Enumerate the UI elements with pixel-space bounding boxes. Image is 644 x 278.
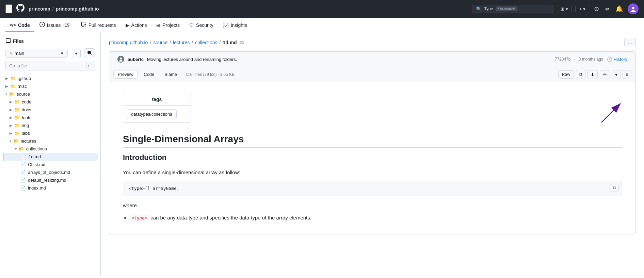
tab-pull-requests[interactable]: Pull requests — [77, 18, 120, 32]
blame-tab-label: Blame — [164, 72, 177, 77]
tree-item-label: img — [22, 123, 29, 128]
content-area: princomp.github.io / source / lectures /… — [101, 32, 644, 275]
tags-box: tags datatypes/collections — [123, 93, 191, 123]
folder-icon: 📁 — [14, 115, 20, 120]
tree-item-default-md[interactable]: 📄 default_resizing.md — [3, 176, 98, 184]
tree-item-labs[interactable]: ▶ 📁 labs — [3, 129, 98, 137]
search-files-button[interactable] — [84, 48, 95, 58]
global-search-box[interactable]: 🔍 Type / to search — [472, 5, 553, 13]
copy-icon: ⧉ — [579, 71, 582, 77]
create-new-button[interactable]: + ▾ — [575, 5, 589, 13]
branch-selector[interactable]: ⑂ main ▾ — [5, 49, 68, 58]
actions-tab-label: Actions — [131, 22, 147, 28]
commit-author: aubertc — [128, 57, 144, 62]
tab-code[interactable]: Code — [139, 70, 159, 79]
tab-preview[interactable]: Preview — [113, 70, 138, 79]
breadcrumb-lectures-link[interactable]: lectures — [173, 40, 190, 45]
bullet-item: <type> can be any data-type and specifie… — [130, 214, 622, 222]
breadcrumb-collections-link[interactable]: collections — [195, 40, 217, 45]
pull-requests-nav-button[interactable]: ⇄ — [604, 5, 611, 13]
extensions-dropdown-icon: ▾ — [566, 6, 568, 12]
tab-code[interactable]: </> Code — [5, 18, 34, 32]
tree-item-label: lectures — [21, 138, 36, 144]
tree-item-docs[interactable]: ▶ 📁 docs — [3, 106, 98, 114]
tree-item-fonts[interactable]: ▶ 📁 fonts — [3, 114, 98, 121]
history-button[interactable]: 🕐 History — [607, 57, 627, 62]
code-block-syntax: <type>[] arrayName; ⧉ — [123, 181, 622, 196]
avatar[interactable] — [628, 3, 639, 14]
pencil-icon: ✏ — [603, 72, 607, 77]
breadcrumb-sep: / — [150, 40, 151, 45]
tree-item-source[interactable]: ▾ 📂 source — [3, 90, 98, 98]
tree-item-1d-md[interactable]: 📄 1d.md — [3, 153, 98, 161]
issues-nav-button[interactable]: ⊙ — [593, 4, 600, 14]
file-icon: 📄 — [20, 162, 26, 167]
edit-button[interactable]: ✏ — [600, 70, 610, 79]
tab-insights[interactable]: 📈 Insights — [219, 18, 251, 32]
tree-item-label: index.md — [28, 185, 46, 191]
issues-icon: ⊙ — [594, 5, 599, 13]
raw-label: Raw — [562, 72, 570, 77]
search-icon: 🔍 — [476, 6, 481, 11]
search-label: Type — [484, 6, 493, 11]
copy-file-button[interactable]: ⧉ — [576, 70, 585, 79]
breadcrumb-repo-link[interactable]: princomp.github.io — [109, 40, 148, 45]
tab-security[interactable]: 🛡 Security — [185, 18, 218, 32]
tree-item-github[interactable]: ▶ 📁 .github — [3, 75, 98, 82]
github-logo — [16, 4, 25, 14]
projects-icon: ⊞ — [156, 22, 160, 28]
nav-repo-link[interactable]: princomp.github.io — [56, 6, 99, 12]
security-icon: 🛡 — [189, 22, 194, 28]
go-to-file-label: Go to file — [9, 63, 27, 68]
folder-icon: 📁 — [10, 76, 16, 81]
commit-bar-right: 772847b · 3 months ago 🕐 History — [555, 57, 627, 62]
more-options-button[interactable]: … — [624, 38, 636, 47]
tab-blame[interactable]: Blame — [160, 70, 181, 79]
tree-item-misc[interactable]: ▶ 📁 misc — [3, 82, 98, 90]
chevron-down-icon: ▾ — [15, 147, 17, 151]
hamburger-icon: ☰ — [6, 5, 12, 13]
go-to-file-input[interactable]: Go to file t — [5, 61, 95, 70]
add-file-button[interactable]: + — [72, 49, 81, 58]
tab-actions[interactable]: ▶ Actions — [122, 18, 151, 32]
list-icon: ≡ — [626, 72, 628, 77]
issues-tab-label: Issues — [47, 22, 61, 28]
raw-button[interactable]: Raw — [558, 70, 574, 79]
download-button[interactable]: ⬇ — [587, 70, 598, 79]
outline-button[interactable]: ≡ — [623, 70, 631, 79]
file-icon: 📄 — [20, 185, 26, 191]
branch-dropdown-icon: ▾ — [61, 51, 63, 56]
tree-item-collections[interactable]: ▾ 📂 collections — [3, 145, 98, 153]
tree-item-label: fonts — [22, 115, 31, 120]
sidebar-header: Files — [3, 38, 98, 44]
tab-projects[interactable]: ⊞ Projects — [152, 18, 184, 32]
nav-user-link[interactable]: princomp — [29, 6, 50, 12]
chevron-right-icon: ▶ — [10, 124, 12, 127]
edit-dropdown-button[interactable]: ▾ — [612, 70, 621, 79]
hamburger-button[interactable]: ☰ — [5, 4, 12, 13]
tree-item-label: docs — [22, 107, 31, 112]
tree-item-label: arrays_of_objects.md — [28, 170, 70, 175]
tree-item-arrays-md[interactable]: 📄 arrays_of_objects.md — [3, 168, 98, 176]
code-copy-button[interactable]: ⧉ — [610, 184, 619, 192]
tree-item-code[interactable]: ▶ 📁 code — [3, 98, 98, 106]
breadcrumb-sep: / — [170, 40, 171, 45]
copy-path-button[interactable]: ⧉ — [239, 39, 245, 46]
notifications-button[interactable]: 🔔 — [614, 4, 624, 14]
tree-item-lectures[interactable]: ▾ 📂 lectures — [3, 137, 98, 145]
pull-requests-tab-label: Pull requests — [88, 22, 116, 28]
code-tab-label: Code — [18, 22, 30, 28]
folder-open-icon: 📂 — [13, 138, 19, 144]
tree-item-clist-md[interactable]: 📄 CList.md — [3, 161, 98, 168]
actions-icon: ▶ — [126, 22, 129, 28]
projects-tab-label: Projects — [162, 22, 180, 28]
tree-item-index-md[interactable]: 📄 index.md — [3, 184, 98, 192]
tree-item-img[interactable]: ▶ 📁 img — [3, 121, 98, 129]
top-navigation: ☰ princomp / princomp.github.io 🔍 Type /… — [0, 0, 644, 18]
file-tree: ▶ 📁 .github ▶ 📁 misc ▾ 📂 source ▶ 📁 code — [3, 75, 98, 192]
more-icon: … — [627, 39, 633, 46]
breadcrumb-sep: / — [220, 40, 221, 45]
extensions-button[interactable]: ⊞ ▾ — [557, 5, 572, 13]
tab-issues[interactable]: Issues 19 — [35, 18, 76, 32]
breadcrumb-source-link[interactable]: source — [153, 40, 167, 45]
